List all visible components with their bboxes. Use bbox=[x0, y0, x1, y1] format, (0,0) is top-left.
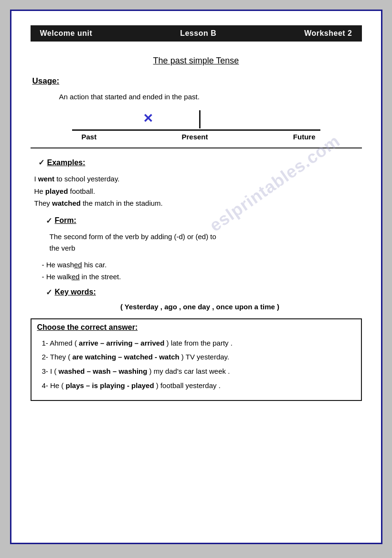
item1-options: arrive – arriving – arrived bbox=[79, 339, 164, 347]
examples-label: Examples: bbox=[47, 158, 85, 167]
keywords-label: Key words: bbox=[55, 288, 96, 296]
examples-section-label: ✓ Examples: bbox=[38, 158, 362, 167]
exercise-item-1: 1- Ahmed ( arrive – arriving – arrived )… bbox=[42, 337, 355, 350]
form-label: Form: bbox=[55, 216, 76, 225]
timeline-line bbox=[72, 129, 320, 131]
item4-options: plays – is playing - played bbox=[66, 381, 154, 390]
item4-pre: He ( bbox=[48, 381, 66, 390]
usage-text: An action that started and ended in the … bbox=[59, 93, 362, 101]
timeline-symbols: ✕ bbox=[72, 110, 320, 129]
header-col2: Lesson B bbox=[180, 29, 216, 38]
exercise-item-2: 2- They ( are watching – watched - watch… bbox=[42, 350, 355, 364]
item2-options: are watching – watched - watch bbox=[72, 353, 179, 361]
item4-post: ) football yesterday . bbox=[154, 381, 221, 390]
exercise-item-3: 3- I ( washed – wash – washing ) my dad'… bbox=[42, 365, 355, 378]
item3-num: 3- bbox=[42, 367, 48, 375]
header-col3: Worksheet 2 bbox=[304, 29, 352, 38]
form-examples: - He washed his car. - He walked in the … bbox=[42, 259, 362, 283]
exercise-title: Choose the correct answer: bbox=[37, 323, 355, 332]
timeline-present-line bbox=[199, 110, 201, 128]
header-col1: Welcome unit bbox=[40, 29, 93, 38]
item1-pre: Ahmed ( bbox=[48, 339, 79, 347]
timeline-past: Past bbox=[82, 133, 97, 141]
checkmark-icon: ✓ bbox=[38, 158, 44, 167]
example-line2: He played football. bbox=[34, 185, 362, 198]
example-line3: They watched the match in the stadium. bbox=[34, 197, 362, 210]
usage-label: Usage: bbox=[32, 76, 362, 86]
item2-num: 2- bbox=[42, 353, 48, 361]
header-bar: Welcome unit Lesson B Worksheet 2 bbox=[31, 25, 362, 42]
timeline-future: Future bbox=[293, 133, 316, 141]
form-description: The second form of the verb by adding (-… bbox=[50, 231, 362, 254]
form-section-label: ✓ Form: bbox=[46, 216, 362, 225]
exercise-items: 1- Ahmed ( arrive – arriving – arrived )… bbox=[42, 337, 355, 392]
timeline-labels: Past Present Future bbox=[72, 133, 320, 141]
example-line1: I went to school yesterday. bbox=[34, 173, 362, 185]
title-section: The past simple Tense bbox=[31, 56, 362, 66]
item4-num: 4- bbox=[42, 381, 48, 390]
item2-pre: They ( bbox=[48, 353, 73, 361]
worksheet-page: eslprintables.com Welcome unit Lesson B … bbox=[10, 10, 382, 544]
item2-post: ) TV yesterday. bbox=[180, 353, 229, 361]
form-example1: - He washed his car. bbox=[42, 259, 362, 271]
key-words-section: ✓ Key words: ( Yesterday , ago , one day… bbox=[38, 288, 362, 311]
item1-post: ) late from the party . bbox=[164, 339, 233, 347]
timeline-x-mark: ✕ bbox=[143, 111, 153, 126]
item3-pre: I ( bbox=[48, 367, 59, 375]
item1-num: 1- bbox=[42, 339, 48, 347]
page-title: The past simple Tense bbox=[31, 56, 362, 66]
item3-post: ) my dad's car last week . bbox=[147, 367, 230, 375]
keywords-checkmark-icon: ✓ bbox=[46, 288, 52, 297]
keywords-text: ( Yesterday , ago , one day , once upon … bbox=[38, 303, 362, 311]
form-example2: - He walked in the street. bbox=[42, 271, 362, 283]
form-checkmark-icon: ✓ bbox=[46, 216, 52, 225]
form-section: ✓ Form: The second form of the verb by a… bbox=[38, 216, 362, 283]
examples-text: I went to school yesterday. He played fo… bbox=[34, 173, 362, 210]
exercise-item-4: 4- He ( plays – is playing - played ) fo… bbox=[42, 379, 355, 392]
timeline-container: ✕ Past Present Future bbox=[31, 110, 362, 141]
divider-line bbox=[31, 147, 362, 148]
item3-options: washed – wash – washing bbox=[59, 367, 148, 375]
exercise-section: Choose the correct answer: 1- Ahmed ( ar… bbox=[31, 318, 362, 401]
keywords-section-label: ✓ Key words: bbox=[46, 288, 362, 297]
timeline-present: Present bbox=[181, 133, 208, 141]
